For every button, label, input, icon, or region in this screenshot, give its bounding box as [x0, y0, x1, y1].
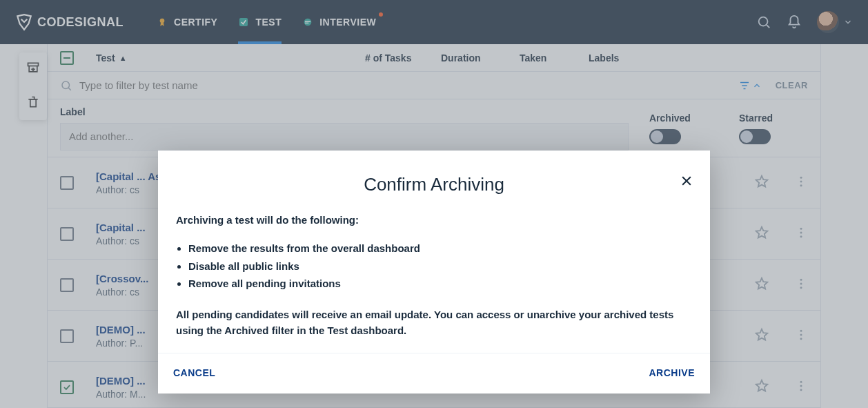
modal-title: Confirm Archiving	[364, 174, 504, 195]
modal-bullet: Remove the results from the overall dash…	[188, 240, 692, 256]
modal-bullet: Remove all pending invitations	[188, 275, 692, 291]
modal-intro: Archiving a test will do the following:	[176, 212, 692, 228]
cancel-button[interactable]: CANCEL	[173, 367, 215, 378]
archive-button[interactable]: ARCHIVE	[649, 367, 695, 378]
modal-bullet: Disable all public links	[188, 258, 692, 274]
confirm-archive-modal: Confirm Archiving Archiving a test will …	[158, 150, 710, 394]
modal-note: All pending candidates will receive an e…	[176, 307, 692, 339]
close-icon[interactable]	[680, 174, 693, 191]
modal-bullet-list: Remove the results from the overall dash…	[188, 240, 692, 291]
modal-body: Archiving a test will do the following: …	[158, 208, 710, 353]
modal-footer: CANCEL ARCHIVE	[158, 353, 710, 394]
